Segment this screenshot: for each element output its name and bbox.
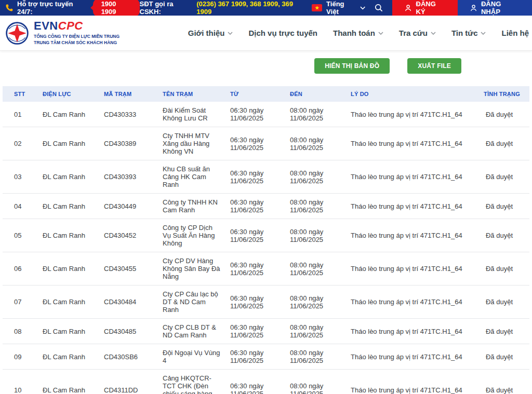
phone-icon	[5, 4, 14, 12]
cell-ly-do: Tháo lèo trung áp vị trí 471TC.H1_64	[351, 194, 474, 219]
outage-table-wrap: STTĐIỆN LỰCMÃ TRẠMTÊN TRẠMTỪĐẾNLÝ DOTÌNH…	[3, 86, 529, 394]
cell-stt: 03	[3, 160, 43, 194]
chevron-down-icon	[360, 6, 365, 10]
cell-den: 08:00 ngày 11/06/2025	[290, 194, 351, 219]
cell-tinh-trang: Đã duyệt	[474, 194, 529, 219]
cell-dien-luc: ĐL Cam Ranh	[43, 344, 104, 370]
register-button[interactable]: ĐĂNG KÝ	[392, 0, 457, 16]
cell-ten-tram: Công ty CP Dịch Vụ Suất Ăn Hàng Không	[163, 219, 230, 252]
cell-den: 08:00 ngày 11/06/2025	[290, 286, 351, 319]
register-label: ĐĂNG KÝ	[416, 0, 445, 16]
cell-dien-luc: ĐL Cam Ranh	[43, 370, 104, 394]
cell-ly-do: Tháo lèo trung áp vị trí 471TC.H1_64	[351, 160, 474, 194]
cell-tinh-trang: Đã duyệt	[474, 370, 529, 394]
cell-ma-tram: CD430SB6	[104, 344, 163, 370]
user-icon	[470, 4, 477, 12]
hotline-badge[interactable]: 1900 1909	[93, 0, 140, 17]
export-file-button[interactable]: XUẤT FILE	[407, 58, 461, 74]
cell-ma-tram: CD430485	[104, 319, 163, 344]
cell-ten-tram: Cty CP CLB DT & ND Cam Ranh	[163, 319, 230, 344]
chevron-down-icon	[431, 32, 436, 35]
cell-tinh-trang: Đã duyệt	[474, 252, 529, 286]
cell-tu: 06:30 ngày 11/06/2025	[230, 319, 290, 344]
cell-tinh-trang: Đã duyệt	[474, 319, 529, 344]
cell-tinh-trang: Đã duyệt	[474, 127, 529, 160]
cell-ten-tram: Cty CP DV Hàng Không Sân Bay Đà Nẵng	[163, 252, 230, 286]
cell-ma-tram: CD430452	[104, 219, 163, 252]
user-icon	[405, 4, 411, 12]
table-body: 01 ĐL Cam Ranh CD430333 Đài Kiểm Soát Kh…	[3, 102, 529, 394]
cell-dien-luc: ĐL Cam Ranh	[43, 319, 104, 344]
column-header: TÊN TRẠM	[163, 86, 230, 102]
search-button[interactable]	[375, 4, 383, 12]
cskh-numbers: (0236) 367 1909, 368 1909, 369 1909	[196, 0, 303, 16]
column-header: LÝ DO	[351, 86, 474, 102]
cell-ten-tram: Đài Kiểm Soát Không Lưu CR	[163, 102, 230, 127]
cell-ten-tram: Cảng HKQTCR-TCT CHK (Đèn chiếu sáng hàng…	[163, 370, 230, 394]
brand-cpc: CPC	[58, 19, 83, 32]
column-header: TỪ	[230, 86, 290, 102]
table-row: 01 ĐL Cam Ranh CD430333 Đài Kiểm Soát Kh…	[3, 102, 529, 127]
cell-ly-do: Tháo lèo trung áp vị trí 471TC.H1_64	[351, 344, 474, 370]
table-row: 04 ĐL Cam Ranh CD430449 Công ty TNHH KN …	[3, 194, 529, 219]
cell-dien-luc: ĐL Cam Ranh	[43, 127, 104, 160]
cell-dien-luc: ĐL Cam Ranh	[43, 160, 104, 194]
brand-logo[interactable]: EVNCPC TỔNG CÔNG TY ĐIỆN LỰC MIỀN TRUNG …	[5, 20, 119, 46]
cell-tu: 06:30 ngày 11/06/2025	[230, 127, 290, 160]
cell-stt: 09	[3, 344, 43, 370]
cell-ten-tram: Khu CB suất ăn Cảng HK Cam Ranh	[163, 160, 230, 194]
cell-ten-tram: Công ty TNHH KN Cam Ranh	[163, 194, 230, 219]
chevron-down-icon	[481, 32, 486, 35]
outage-table: STTĐIỆN LỰCMÃ TRẠMTÊN TRẠMTỪĐẾNLÝ DOTÌNH…	[3, 86, 529, 394]
cell-ma-tram: CD430333	[104, 102, 163, 127]
column-header: MÃ TRẠM	[104, 86, 163, 102]
cell-dien-luc: ĐL Cam Ranh	[43, 194, 104, 219]
column-header: STT	[3, 86, 43, 102]
brand-subtitle: TỔNG CÔNG TY ĐIỆN LỰC MIỀN TRUNG TRUNG T…	[34, 33, 119, 46]
vietnam-flag-icon: ★	[312, 4, 322, 11]
cell-tinh-trang: Đã duyệt	[474, 286, 529, 319]
nav-item[interactable]: Dịch vụ trực tuyến	[248, 29, 317, 37]
table-row: 02 ĐL Cam Ranh CD430389 Cty TNHH MTV Xăn…	[3, 127, 529, 160]
cell-ten-tram: Cty TNHH MTV Xăng dầu Hàng Không VN	[163, 127, 230, 160]
brand-evn: EVN	[34, 19, 58, 32]
login-button[interactable]: ĐĂNG NHẬP	[458, 0, 532, 16]
cell-ma-tram: CD430393	[104, 160, 163, 194]
cskh-block: SĐT gọi ra CSKH: (0236) 367 1909, 368 19…	[140, 0, 304, 16]
cell-ma-tram: CD4311DD	[104, 370, 163, 394]
cell-stt: 07	[3, 286, 43, 319]
show-map-button[interactable]: HIỂN THỊ BẢN ĐỒ	[314, 58, 390, 74]
cell-stt: 05	[3, 219, 43, 252]
evn-logo-icon	[5, 21, 29, 45]
cell-den: 08:00 ngày 11/06/2025	[290, 219, 351, 252]
nav-item[interactable]: Tin tức	[451, 29, 486, 37]
nav-item[interactable]: Thanh toán	[333, 29, 383, 37]
table-row: 07 ĐL Cam Ranh CD430484 Cty CP Câu lạc b…	[3, 286, 529, 319]
cell-den: 08:00 ngày 11/06/2025	[290, 102, 351, 127]
cell-tu: 06:30 ngày 11/06/2025	[230, 102, 290, 127]
nav-item[interactable]: Giới thiệu	[188, 29, 233, 37]
cell-ly-do: Tháo lèo trung áp vị trí 471TC.H1_64	[351, 319, 474, 344]
cell-tinh-trang: Đã duyệt	[474, 160, 529, 194]
nav-item[interactable]: Tra cứu	[399, 29, 436, 37]
brand-name: EVNCPC	[34, 20, 119, 32]
cell-stt: 02	[3, 127, 43, 160]
cell-ma-tram: CD430389	[104, 127, 163, 160]
language-selector[interactable]: Tiếng Việt	[326, 0, 365, 16]
cell-ly-do: Tháo lèo trung áp vị trí 471TC.H1_64	[351, 219, 474, 252]
nav-item[interactable]: Liên hệ	[501, 29, 529, 37]
table-row: 08 ĐL Cam Ranh CD430485 Cty CP CLB DT & …	[3, 319, 529, 344]
support-label: Hỗ trợ trực tuyến 24/7:	[17, 0, 86, 16]
cell-tinh-trang: Đã duyệt	[474, 102, 529, 127]
cell-dien-luc: ĐL Cam Ranh	[43, 252, 104, 286]
chevron-down-icon	[378, 32, 383, 35]
cell-dien-luc: ĐL Cam Ranh	[43, 219, 104, 252]
table-row: 06 ĐL Cam Ranh CD430455 Cty CP DV Hàng K…	[3, 252, 529, 286]
brand-text: EVNCPC TỔNG CÔNG TY ĐIỆN LỰC MIỀN TRUNG …	[34, 20, 119, 46]
cell-stt: 01	[3, 102, 43, 127]
nav-item-label: Thanh toán	[333, 29, 375, 37]
cell-den: 08:00 ngày 11/06/2025	[290, 319, 351, 344]
table-head: STTĐIỆN LỰCMÃ TRẠMTÊN TRẠMTỪĐẾNLÝ DOTÌNH…	[3, 86, 529, 102]
search-icon	[375, 4, 383, 12]
cell-tu: 06:30 ngày 11/06/2025	[230, 370, 290, 394]
